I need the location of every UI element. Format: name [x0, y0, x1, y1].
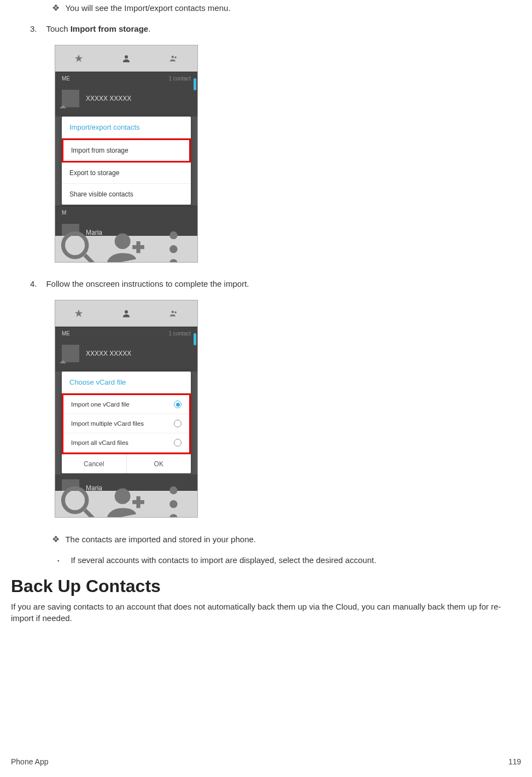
step-number: 4.: [30, 279, 44, 288]
section-description: If you are saving contacts to an account…: [11, 601, 521, 624]
diamond-marker: ❖: [52, 534, 63, 544]
svg-point-15: [169, 486, 177, 494]
menu-dots-icon: [150, 225, 197, 262]
diamond-marker: ❖: [52, 3, 63, 13]
popup-item-export-storage[interactable]: Export to storage: [62, 163, 191, 184]
radio-checked-icon: [174, 401, 182, 408]
group-icon: [169, 309, 179, 318]
section-count: 1 contact: [168, 330, 191, 337]
person-icon: [121, 54, 131, 63]
search-icon: [55, 480, 103, 517]
vcard-options-highlight: Import one vCard file Import multiple vC…: [62, 393, 191, 454]
svg-point-7: [169, 245, 177, 253]
step-4: 4. Follow the onscreen instructions to c…: [11, 279, 521, 289]
step-text-bold: Import from storage: [71, 24, 149, 33]
screenshot-choose-vcard: ME 1 contact XXXXX XXXXX Choose vCard fi…: [55, 300, 198, 518]
option-label: Import one vCard file: [71, 401, 130, 408]
svg-point-10: [171, 310, 174, 313]
import-export-popup: Import/export contacts Import from stora…: [62, 117, 191, 205]
radio-icon: [174, 420, 182, 427]
svg-point-16: [169, 500, 177, 508]
group-icon: [169, 54, 179, 63]
step-text-suffix: .: [148, 24, 150, 33]
search-icon: [55, 225, 103, 262]
square-marker: ▪: [57, 558, 68, 564]
svg-point-2: [174, 56, 177, 58]
menu-dots-icon: [150, 480, 197, 517]
phone-screen: ME 1 contact XXXXX XXXXX Choose vCard fi…: [55, 300, 197, 517]
option-label: Import all vCard files: [71, 439, 128, 446]
sub-note-text: If several accounts with contacts to imp…: [71, 555, 376, 565]
popup-title: Import/export contacts: [62, 117, 191, 138]
svg-point-3: [63, 233, 86, 257]
step-number: 3.: [30, 24, 44, 33]
section-count: 1 contact: [168, 76, 191, 82]
svg-point-5: [114, 233, 130, 249]
scroll-indicator: [194, 78, 196, 90]
page-footer: Phone App 119: [11, 757, 521, 766]
svg-point-6: [169, 231, 177, 239]
section-header-m: M: [55, 206, 197, 219]
add-person-icon: [103, 480, 150, 517]
phone-bottombar: [55, 236, 197, 262]
svg-line-13: [85, 510, 95, 517]
option-label: Import multiple vCard files: [71, 420, 144, 427]
footer-page-number: 119: [508, 757, 521, 766]
phone-screen: ME 1 contact XXXXX XXXXX Import/export c…: [55, 45, 197, 262]
cancel-button[interactable]: Cancel: [62, 455, 127, 473]
section-label: ME: [62, 76, 70, 82]
screenshot-import-export: ME 1 contact XXXXX XXXXX Import/export c…: [55, 45, 198, 263]
contact-row: XXXXX XXXXX: [55, 85, 197, 112]
note-text: The contacts are imported and stored in …: [65, 535, 256, 544]
step-text-prefix: Touch: [46, 24, 70, 33]
note-text: You will see the Import/export contacts …: [65, 3, 230, 13]
vcard-option-multiple[interactable]: Import multiple vCard files: [63, 414, 189, 433]
add-person-icon: [103, 225, 150, 262]
vcard-option-all[interactable]: Import all vCard files: [63, 433, 189, 453]
section-header-me: ME 1 contact: [55, 327, 197, 340]
svg-point-9: [125, 310, 128, 314]
contact-row: XXXXX XXXXX: [55, 340, 197, 367]
popup-title: Choose vCard file: [62, 372, 191, 393]
sub-note-bullet: ▪ If several accounts with contacts to i…: [11, 555, 521, 565]
svg-line-4: [85, 255, 95, 262]
contact-name: XXXXX XXXXX: [86, 350, 131, 357]
step-3: 3. Touch Import from storage.: [11, 24, 521, 34]
svg-point-1: [171, 55, 174, 58]
phone-topbar: [55, 300, 197, 327]
phone-bottombar: [55, 491, 197, 517]
avatar: [62, 345, 79, 362]
svg-point-0: [125, 55, 128, 59]
radio-icon: [174, 439, 182, 447]
section-label: M: [62, 210, 66, 216]
note-bullet: ❖ The contacts are imported and stored i…: [11, 534, 521, 544]
scroll-indicator: [194, 333, 196, 345]
footer-left: Phone App: [11, 757, 49, 766]
svg-point-12: [63, 488, 86, 512]
star-icon: [74, 54, 84, 63]
popup-buttons: Cancel OK: [62, 454, 191, 473]
svg-point-14: [114, 488, 130, 504]
phone-topbar: [55, 45, 197, 72]
step-text: Follow the onscreen instructions to comp…: [46, 279, 249, 288]
vcard-option-one[interactable]: Import one vCard file: [63, 395, 189, 414]
section-label: ME: [62, 330, 70, 337]
svg-point-17: [169, 514, 177, 517]
avatar: [62, 90, 79, 107]
choose-vcard-popup: Choose vCard file Import one vCard file …: [62, 372, 191, 473]
ok-button[interactable]: OK: [127, 455, 191, 473]
section-heading: Back Up Contacts: [11, 576, 521, 596]
svg-point-8: [169, 259, 177, 262]
contact-name: XXXXX XXXXX: [86, 95, 131, 102]
popup-item-import-storage[interactable]: Import from storage: [62, 138, 191, 163]
svg-point-11: [174, 311, 177, 313]
note-bullet: ❖ You will see the Import/export contact…: [11, 3, 521, 13]
section-header-me: ME 1 contact: [55, 72, 197, 85]
person-icon: [121, 309, 131, 318]
star-icon: [74, 309, 84, 318]
popup-item-share-visible[interactable]: Share visible contacts: [62, 184, 191, 205]
